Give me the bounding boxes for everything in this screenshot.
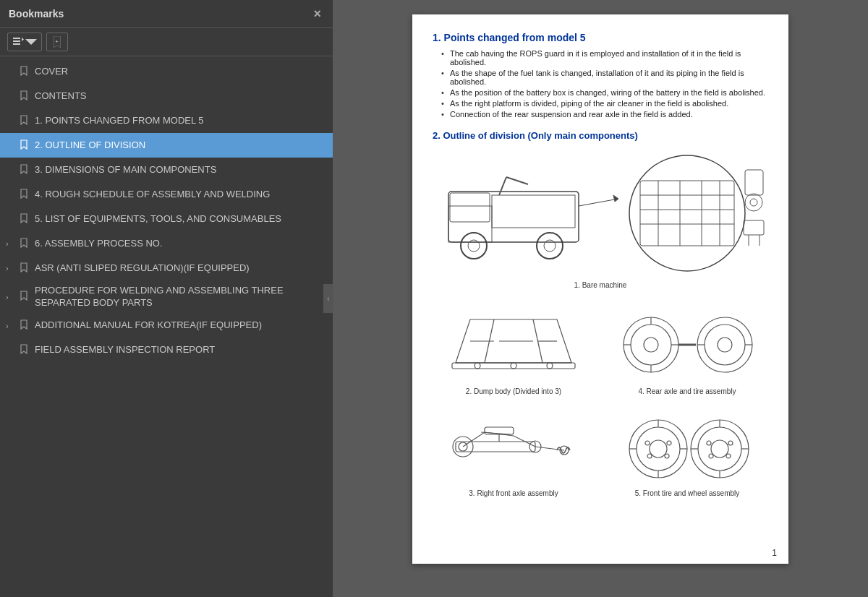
list-icon xyxy=(12,36,24,48)
svg-point-10 xyxy=(537,233,563,259)
sidebar: Bookmarks × + COVERCONTENTS1. POINTS CHA… xyxy=(0,0,333,597)
bookmark-label: 4. ROUGH SCHEDULE OF ASSEMBLY AND WELDIN… xyxy=(35,189,326,201)
figure4-caption: 4. Rear axle and tire assembly xyxy=(638,387,736,395)
svg-point-79 xyxy=(667,441,671,445)
bookmark-item-ch4[interactable]: 4. ROUGH SCHEDULE OF ASSEMBLY AND WELDIN… xyxy=(0,182,333,207)
svg-rect-0 xyxy=(13,38,20,39)
svg-point-74 xyxy=(711,440,728,458)
bookmark-item-ch5[interactable]: 5. LIST OF EQUIPMENTS, TOOLS, AND CONSUM… xyxy=(0,207,333,231)
svg-point-65 xyxy=(629,420,687,478)
bookmark-label: FIELD ASSEMBLY INSPECTION REPORT xyxy=(35,344,326,356)
svg-point-43 xyxy=(624,317,678,372)
bookmark-item-ch6[interactable]: ›6. ASSEMBLY PROCESS NO. xyxy=(0,231,333,256)
figure2-caption: 2. Dump body (Divided into 3) xyxy=(466,387,561,395)
front-axle-illustration xyxy=(441,407,586,486)
expand-arrow-icon[interactable]: › xyxy=(6,322,16,330)
figure3-caption: 3. Right front axle assembly xyxy=(469,489,558,497)
svg-point-66 xyxy=(637,427,680,471)
bookmark-list: COVERCONTENTS1. POINTS CHANGED FROM MODE… xyxy=(0,56,333,597)
svg-rect-12 xyxy=(450,193,490,222)
section2-heading: 2. Outline of division (Only main compon… xyxy=(433,130,768,141)
bookmark-icon xyxy=(20,262,30,275)
bookmark-item-contents[interactable]: CONTENTS xyxy=(0,84,333,108)
bookmark-item-proc[interactable]: ›PROCEDURE FOR WELDING AND ASSEMBLING TH… xyxy=(0,280,333,314)
list-view-button[interactable] xyxy=(7,33,42,51)
svg-rect-13 xyxy=(492,195,575,228)
bookmark-icon xyxy=(20,319,30,332)
svg-point-84 xyxy=(726,454,731,458)
bookmark-label: 5. LIST OF EQUIPMENTS, TOOLS, AND CONSUM… xyxy=(35,213,326,226)
svg-point-52 xyxy=(705,325,745,365)
figure-front-tire: 5. Front tire and wheel assembly xyxy=(606,407,768,497)
section1-heading: 1. Points changed from model 5 xyxy=(433,32,768,43)
bookmark-add-icon: + xyxy=(51,36,63,48)
dump-body-illustration xyxy=(441,298,586,385)
svg-point-40 xyxy=(475,363,480,369)
svg-point-8 xyxy=(461,233,487,259)
bookmark-icon xyxy=(20,291,30,303)
section1-bullets: The cab having the ROPS guard in it is e… xyxy=(433,49,768,119)
svg-point-42 xyxy=(547,363,553,369)
bookmark-label: ADDITIONAL MANUAL FOR KOTREA(IF EQUIPPED… xyxy=(35,319,326,332)
section1-bullet: As the shape of the fuel tank is changed… xyxy=(441,69,768,86)
svg-rect-1 xyxy=(13,40,20,42)
svg-point-81 xyxy=(647,454,652,458)
section1-bullet: The cab having the ROPS guard in it is e… xyxy=(441,49,768,66)
svg-point-80 xyxy=(665,454,669,458)
svg-point-51 xyxy=(697,317,752,372)
bookmark-item-asr[interactable]: ›ASR (ANTI SLIPED REGULATION)(IF EQUIPPE… xyxy=(0,256,333,280)
svg-line-14 xyxy=(499,177,506,195)
main-content: 1. Points changed from model 5 The cab h… xyxy=(333,0,868,597)
bookmark-item-ch3[interactable]: 3. DIMENSIONS OF MAIN COMPONENTS xyxy=(0,158,333,182)
svg-marker-4 xyxy=(25,39,37,45)
expand-arrow-icon[interactable]: › xyxy=(6,264,16,272)
bookmark-icon xyxy=(20,238,30,250)
document-page: 1. Points changed from model 5 The cab h… xyxy=(412,14,788,564)
bookmark-label: PROCEDURE FOR WELDING AND ASSEMBLING THR… xyxy=(35,285,326,309)
expand-arrow-icon[interactable]: › xyxy=(6,293,16,301)
bookmark-item-field[interactable]: FIELD ASSEMBLY INSPECTION REPORT xyxy=(0,338,333,363)
svg-point-28 xyxy=(745,194,762,211)
bookmark-label: 6. ASSEMBLY PROCESS NO. xyxy=(35,238,326,250)
svg-rect-30 xyxy=(744,220,764,235)
sidebar-title: Bookmarks xyxy=(9,8,64,20)
svg-point-53 xyxy=(718,338,732,352)
figure1-caption: 1. Bare machine xyxy=(574,281,627,289)
svg-marker-3 xyxy=(22,38,24,41)
bookmark-icon xyxy=(20,189,30,201)
expand-arrow-icon[interactable]: › xyxy=(6,239,16,248)
figure5-caption: 5. Front tire and wheel assembly xyxy=(635,489,740,497)
chevron-down-icon xyxy=(25,36,37,48)
svg-text:+: + xyxy=(55,38,59,45)
svg-point-67 xyxy=(650,440,667,458)
svg-marker-17 xyxy=(613,195,618,202)
bookmark-item-add[interactable]: ›ADDITIONAL MANUAL FOR KOTREA(IF EQUIPPE… xyxy=(0,314,333,338)
bookmark-icon xyxy=(20,164,30,176)
bookmark-item-ch2[interactable]: 2. OUTLINE OF DIVISION xyxy=(0,133,333,158)
svg-point-85 xyxy=(709,454,713,458)
front-tire-illustration xyxy=(615,407,760,486)
svg-point-82 xyxy=(645,441,650,445)
close-button[interactable]: × xyxy=(310,6,324,22)
bookmark-add-button[interactable]: + xyxy=(46,33,68,51)
svg-point-29 xyxy=(750,199,757,206)
rear-axle-illustration xyxy=(615,298,760,385)
bookmark-label: COVER xyxy=(35,66,326,78)
svg-rect-2 xyxy=(13,43,20,45)
svg-point-83 xyxy=(728,441,733,445)
bookmark-label: 1. POINTS CHANGED FROM MODEL 5 xyxy=(35,115,326,127)
page-number: 1 xyxy=(772,548,777,558)
figure-rear-axle: 4. Rear axle and tire assembly xyxy=(606,298,768,395)
svg-point-44 xyxy=(631,325,671,365)
bookmark-icon xyxy=(20,139,30,152)
svg-rect-7 xyxy=(448,206,492,242)
bookmark-icon xyxy=(20,90,30,103)
bare-machine-illustration xyxy=(434,148,767,278)
svg-rect-39 xyxy=(452,363,575,369)
collapse-panel-button[interactable]: ‹ xyxy=(323,284,333,313)
bookmark-item-ch1[interactable]: 1. POINTS CHANGED FROM MODEL 5 xyxy=(0,108,333,133)
bookmark-icon xyxy=(20,115,30,127)
bookmark-item-cover[interactable]: COVER xyxy=(0,59,333,84)
svg-point-86 xyxy=(707,441,711,445)
bookmark-icon xyxy=(20,66,30,78)
